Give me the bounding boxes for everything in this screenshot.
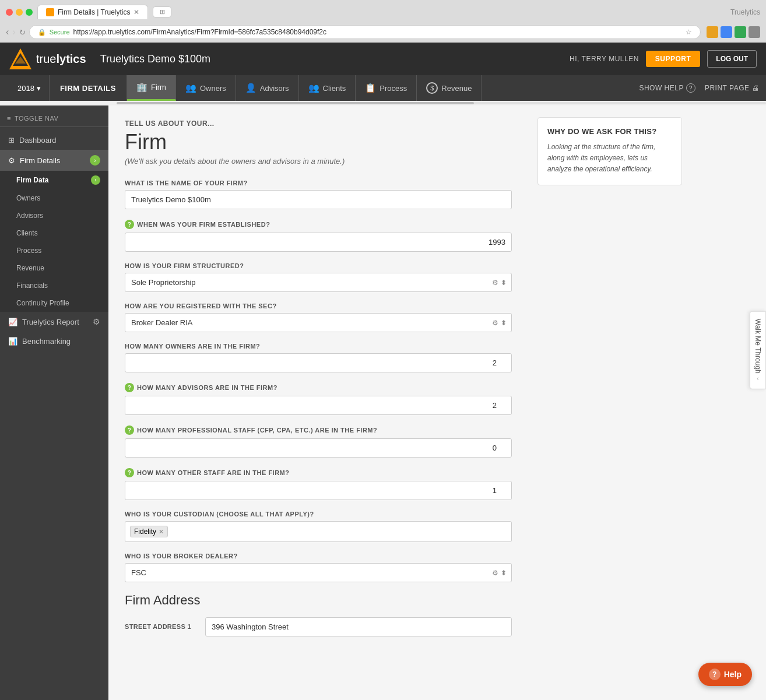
other-staff-help-icon[interactable]: ?	[125, 468, 134, 477]
sec-chevron-icon: ⬍	[501, 319, 507, 327]
tab-owners[interactable]: 👥 Owners	[176, 75, 236, 101]
prof-staff-help-icon[interactable]: ?	[125, 425, 134, 435]
established-help-icon[interactable]: ?	[125, 220, 134, 229]
advisors-count-group: ? HOW MANY ADVISORS ARE IN THE FIRM?	[125, 383, 512, 415]
custodian-tag-label: Fidelity	[134, 527, 156, 536]
sec-label: HOW ARE YOU REGISTERED WITH THE SEC?	[125, 302, 512, 309]
close-dot[interactable]	[6, 9, 13, 16]
year-selector[interactable]: 2018 ▾	[9, 75, 50, 101]
established-input[interactable]	[125, 233, 512, 252]
sidebar-sub-process[interactable]: Process	[0, 242, 108, 259]
bookmark-icon[interactable]: ☆	[686, 28, 692, 36]
logo-icon	[9, 48, 31, 69]
tab-close-icon[interactable]: ✕	[133, 8, 139, 16]
minimize-dot[interactable]	[16, 9, 23, 16]
page-subtitle: (We'll ask you details about the owners …	[125, 157, 512, 166]
prof-staff-group: ? HOW MANY PROFESSIONAL STAFF (CFP, CPA,…	[125, 425, 512, 458]
ext-icon-4[interactable]	[749, 26, 760, 38]
tab-revenue[interactable]: $ Revenue	[417, 75, 482, 101]
sidebar-firm-details-label: Firm Details	[20, 156, 60, 165]
tab-title[interactable]: Firm Details | Truelytics	[58, 8, 130, 16]
ext-icon-3[interactable]	[735, 26, 746, 38]
structure-select-wrap: Sole Proprietorship Partnership LLC Corp…	[125, 273, 512, 292]
firm-data-arrow: ›	[91, 175, 100, 185]
tab-advisors-label: Advisors	[260, 84, 289, 93]
tab-clients-label: Clients	[323, 84, 346, 93]
sec-group: HOW ARE YOU REGISTERED WITH THE SEC? Bro…	[125, 302, 512, 332]
other-staff-input[interactable]	[125, 481, 512, 500]
ext-icon-1[interactable]	[707, 26, 718, 38]
tell-us-label: TELL US ABOUT YOUR...	[125, 119, 512, 128]
sidebar-sub-continuity-profile[interactable]: Continuity Profile	[0, 294, 108, 312]
page-title: Firm	[125, 130, 512, 154]
sidebar-sub-revenue[interactable]: Revenue	[0, 259, 108, 277]
chevron-down-icon: ⬍	[501, 279, 507, 287]
continuity-profile-label: Continuity Profile	[16, 299, 69, 307]
app-title: Truelytics	[730, 8, 760, 16]
nav-tabs: 🏢 Firm 👥 Owners 👤 Advisors 👥 Clients 📋 P…	[127, 75, 482, 101]
clients-sub-label: Clients	[16, 229, 38, 237]
toggle-nav-label: TOGGLE NAV	[15, 115, 59, 122]
prof-staff-input[interactable]	[125, 438, 512, 458]
firm-name: Truelytics Demo $100m	[100, 53, 210, 65]
firm-details-icon: ⚙	[8, 156, 15, 165]
report-gear-icon[interactable]: ⚙	[93, 317, 100, 326]
broker-chevron-icon: ⬍	[501, 569, 507, 577]
broker-group: WHO IS YOUR BROKER DEALER? FSC LPL Raymo…	[125, 553, 512, 582]
support-button[interactable]: SUPPORT	[646, 51, 701, 67]
tab-process[interactable]: 📋 Process	[356, 75, 417, 101]
custodian-input[interactable]: Fidelity ✕	[125, 521, 512, 542]
lock-icon: 🔒	[38, 29, 46, 36]
sidebar-sub-advisors[interactable]: Advisors	[0, 207, 108, 224]
revenue-sub-label: Revenue	[16, 264, 44, 272]
nav-right: SHOW HELP ? PRINT PAGE 🖨	[632, 75, 766, 101]
maximize-dot[interactable]	[26, 9, 33, 16]
advisors-tab-icon: 👤	[245, 83, 256, 93]
logout-button[interactable]: LOG OUT	[707, 50, 757, 68]
custodian-tag-close-icon[interactable]: ✕	[159, 528, 164, 536]
ext-icon-2[interactable]	[721, 26, 732, 38]
tab-clients[interactable]: 👥 Clients	[299, 75, 356, 101]
sec-select-icons: ⚙ ⬍	[492, 319, 511, 327]
back-button[interactable]: ‹	[6, 27, 9, 37]
sidebar-item-truelytics-report[interactable]: 📈 Truelytics Report ⚙	[0, 312, 108, 332]
sidebar-item-dashboard[interactable]: ⊞ Dashboard	[0, 131, 108, 150]
walk-through-button[interactable]: Walk Me Through ‹	[750, 311, 766, 389]
other-staff-group: ? HOW MANY OTHER STAFF ARE IN THE FIRM?	[125, 468, 512, 500]
tab-firm[interactable]: 🏢 Firm	[127, 75, 176, 101]
sidebar-sub-financials[interactable]: Financials	[0, 277, 108, 294]
broker-label: WHO IS YOUR BROKER DEALER?	[125, 553, 512, 560]
tab-advisors[interactable]: 👤 Advisors	[236, 75, 299, 101]
toggle-nav[interactable]: ≡ TOGGLE NAV	[0, 110, 108, 127]
scroll-thumb[interactable]	[117, 102, 474, 104]
sidebar-sub-owners[interactable]: Owners	[0, 189, 108, 207]
new-tab-button[interactable]: ⊞	[153, 6, 171, 17]
help-fab-button[interactable]: ? Help	[698, 663, 752, 686]
dashboard-icon: ⊞	[8, 136, 15, 145]
logo-text: truetruelytics	[36, 52, 86, 66]
process-sub-label: Process	[16, 247, 41, 255]
structure-select[interactable]: Sole Proprietorship Partnership LLC Corp…	[125, 273, 492, 291]
sidebar-item-firm-details[interactable]: ⚙ Firm Details ›	[0, 150, 108, 171]
sidebar-sub-firm-data[interactable]: Firm Data ›	[0, 171, 108, 189]
sidebar-sub-clients[interactable]: Clients	[0, 224, 108, 242]
advisors-count-input[interactable]	[125, 396, 512, 415]
header-right: HI, TERRY MULLEN SUPPORT LOG OUT	[570, 50, 757, 68]
sec-select[interactable]: Broker Dealer RIA RIA Broker Dealer	[125, 314, 492, 332]
established-group: ? WHEN WAS YOUR FIRM ESTABLISHED?	[125, 220, 512, 252]
street-address-input[interactable]	[205, 617, 512, 636]
browser-chrome: Firm Details | Truelytics ✕ ⊞ Truelytics…	[0, 0, 766, 43]
forward-button[interactable]: ›	[12, 27, 15, 37]
sidebar-item-benchmarking[interactable]: 📊 Benchmarking	[0, 332, 108, 351]
reload-button[interactable]: ↻	[19, 28, 26, 37]
print-page-link[interactable]: PRINT PAGE 🖨	[705, 84, 759, 92]
show-help-link[interactable]: SHOW HELP ?	[639, 83, 695, 93]
firm-name-input[interactable]	[125, 190, 512, 209]
owners-count-input[interactable]	[125, 353, 512, 372]
url-bar[interactable]: https://app.truelytics.com/FirmAnalytics…	[73, 28, 327, 36]
owners-count-group: HOW MANY OWNERS ARE IN THE FIRM?	[125, 343, 512, 372]
tab-favicon	[46, 8, 54, 16]
advisors-sub-label: Advisors	[16, 212, 43, 220]
broker-select[interactable]: FSC LPL Raymond James	[125, 564, 492, 582]
advisors-help-icon[interactable]: ?	[125, 383, 134, 392]
